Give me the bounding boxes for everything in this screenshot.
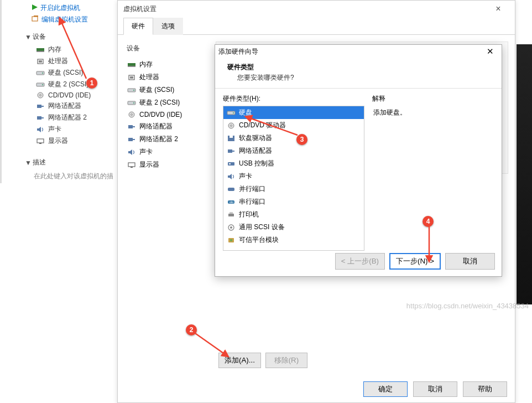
vm-settings-titlebar: 虚拟机设置 × (118, 1, 515, 17)
disk-icon (127, 87, 136, 94)
svg-rect-36 (131, 167, 133, 168)
ok-button[interactable]: 确定 (363, 381, 408, 397)
hardware-type-list[interactable]: 硬盘CD/DVD 驱动器软盘驱动器网络适配器USB 控制器声卡并行端口olo串行… (223, 106, 364, 251)
tpm-icon (227, 236, 236, 244)
serial-icon: olo (227, 198, 236, 206)
hardware-type-label: 硬盘 (239, 108, 252, 117)
vm-device-row[interactable]: 处理器 (125, 71, 210, 84)
vm-sidebar: 开启此虚拟机 编辑虚拟机设置 ▼ 设备 内存处理器硬盘 (SCSI)硬盘 2 (… (0, 0, 116, 183)
svg-rect-44 (232, 151, 234, 152)
hardware-type-label: USB 控制器 (239, 159, 274, 168)
hardware-type-item[interactable]: USB 控制器 (223, 157, 364, 170)
svg-rect-43 (228, 149, 232, 153)
power-on-link[interactable]: 开启此虚拟机 (32, 2, 116, 14)
explanation-text: 添加硬盘。 (372, 106, 494, 120)
hardware-type-item[interactable]: 硬盘 (223, 106, 364, 119)
device-panel: 设备 内存处理器硬盘 (SCSI)硬盘 2 (SCSI)CD/DVD (IDE)… (124, 42, 210, 174)
sidebar-device-item[interactable]: 声卡 (36, 123, 116, 135)
close-icon[interactable]: × (487, 4, 509, 14)
hardware-type-label: 通用 SCSI 设备 (239, 223, 285, 232)
svg-rect-14 (41, 106, 44, 107)
hardware-type-label: 串行端口 (239, 197, 265, 206)
wizard-title: 添加硬件向导 (218, 47, 258, 56)
sidebar-device-item[interactable]: CD/DVD (IDE) (36, 90, 116, 100)
cd-icon (227, 122, 236, 130)
sidebar-device-item[interactable]: 硬盘 (SCSI) (36, 67, 116, 79)
sidebar-device-item[interactable]: 网络适配器 2 (36, 112, 116, 123)
cancel-button[interactable]: 取消 (413, 381, 457, 397)
hardware-type-label: 声卡 (239, 172, 252, 181)
next-button[interactable]: 下一步(N) > (389, 253, 441, 270)
vm-device-row[interactable]: 内存 (125, 58, 210, 71)
vm-device-row[interactable]: 硬盘 (SCSI) (125, 84, 210, 96)
hardware-type-item[interactable]: 打印机 (223, 208, 364, 221)
svg-rect-1 (32, 17, 38, 21)
hardware-type-item[interactable]: 通用 SCSI 设备 (223, 221, 364, 234)
vm-device-list: 内存处理器硬盘 (SCSI)硬盘 2 (SCSI)CD/DVD (IDE)网络适… (124, 55, 210, 174)
hardware-type-item[interactable]: CD/DVD 驱动器 (223, 119, 364, 132)
usb-icon (227, 160, 236, 168)
net-icon (36, 115, 45, 121)
svg-rect-15 (37, 116, 41, 120)
device-label: 硬盘 2 (SCSI) (139, 98, 180, 107)
vm-device-row[interactable]: 网络适配器 2 (125, 133, 210, 146)
description-placeholder[interactable]: 在此处键入对该虚拟机的描 (3, 169, 116, 181)
add-hardware-wizard: 添加硬件向导 ✕ 硬件类型 您要安装哪类硬件? 硬件类型(H): 硬盘CD/DV… (215, 44, 502, 277)
caret-down-icon: ▼ (25, 159, 30, 167)
sound-icon (127, 149, 136, 156)
hardware-type-item[interactable]: 软盘驱动器 (223, 132, 364, 144)
svg-rect-42 (230, 136, 233, 138)
svg-point-25 (133, 89, 134, 90)
hardware-type-label: 软盘驱动器 (239, 133, 272, 143)
cpu-icon (127, 74, 136, 81)
printer-icon (227, 211, 236, 219)
disk-icon (36, 81, 45, 88)
hardware-type-label: 可信平台模块 (239, 235, 279, 245)
devices-header[interactable]: ▼ 设备 (3, 30, 116, 44)
edit-settings-icon (32, 15, 39, 24)
svg-text:olo: olo (230, 200, 233, 204)
vm-device-row[interactable]: 网络适配器 (125, 120, 210, 133)
disk-icon (127, 100, 136, 106)
wizard-titlebar: 添加硬件向导 ✕ (215, 45, 502, 58)
svg-rect-56 (230, 239, 232, 241)
help-button[interactable]: 帮助 (463, 381, 507, 397)
wizard-cancel-button[interactable]: 取消 (445, 253, 495, 270)
annotation-marker-2: 2 (186, 324, 197, 335)
sidebar-device-item[interactable]: 网络适配器 (36, 100, 116, 112)
hardware-type-item[interactable]: 并行端口 (223, 183, 364, 195)
watermark-text: https://blog.csdn.net/weixin_43438534 (406, 302, 529, 310)
hardware-type-label: 硬件类型(H): (223, 94, 364, 106)
wizard-head-title: 硬件类型 (227, 63, 493, 73)
hardware-type-item[interactable]: 声卡 (223, 170, 364, 183)
vm-device-row[interactable]: 显示器 (125, 158, 210, 171)
description-header[interactable]: ▼ 描述 (3, 156, 116, 169)
svg-rect-2 (34, 16, 38, 17)
vm-device-row[interactable]: 声卡 (125, 146, 210, 158)
remove-button[interactable]: 移除(R) (265, 353, 307, 368)
device-label: 硬盘 2 (SCSI) (48, 80, 88, 89)
sidebar-device-item[interactable]: 硬盘 2 (SCSI) (36, 79, 116, 90)
hardware-type-column: 硬件类型(H): 硬盘CD/DVD 驱动器软盘驱动器网络适配器USB 控制器声卡… (223, 94, 364, 251)
vm-settings-tabs: 硬件 选项 (118, 17, 515, 35)
svg-rect-21 (128, 66, 135, 67)
back-button[interactable]: < 上一步(B) (335, 253, 385, 270)
hardware-type-item[interactable]: 网络适配器 (223, 144, 364, 157)
device-label: 声卡 (48, 125, 61, 134)
vm-device-row[interactable]: 硬盘 2 (SCSI) (125, 96, 210, 109)
vm-device-row[interactable]: CD/DVD (IDE) (125, 109, 210, 120)
tab-options[interactable]: 选项 (153, 18, 183, 35)
svg-marker-47 (228, 174, 232, 179)
hardware-type-item[interactable]: 可信平台模块 (223, 234, 364, 246)
net-icon (127, 123, 136, 130)
edit-settings-link[interactable]: 编辑虚拟机设置 (32, 14, 116, 25)
display-icon (36, 138, 45, 144)
sidebar-device-item[interactable]: 显示器 (36, 135, 116, 147)
sidebar-device-item[interactable]: 处理器 (36, 55, 116, 67)
sidebar-device-item[interactable]: 内存 (36, 44, 116, 55)
close-icon[interactable]: ✕ (482, 46, 498, 56)
add-button[interactable]: 添加(A)... (218, 353, 261, 368)
hardware-type-label: 并行端口 (239, 184, 265, 194)
hardware-type-item[interactable]: olo串行端口 (223, 195, 364, 208)
tab-hardware[interactable]: 硬件 (123, 18, 153, 35)
